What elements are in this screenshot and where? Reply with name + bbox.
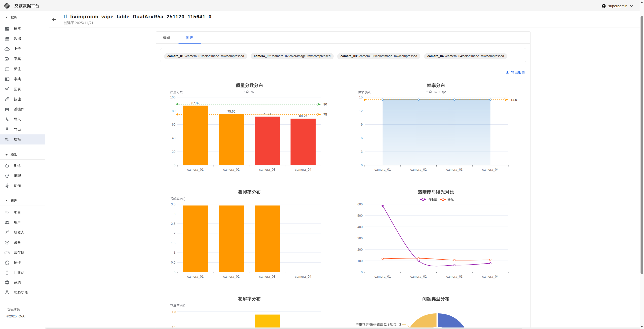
svg-text:0: 0 xyxy=(174,164,175,167)
svg-text:0: 0 xyxy=(361,271,363,274)
svg-text:camera_02: camera_02 xyxy=(223,168,240,171)
svg-text:0.5: 0.5 xyxy=(171,261,175,264)
svg-text:9: 9 xyxy=(361,123,363,126)
svg-text:20: 20 xyxy=(172,150,175,154)
svg-text:camera_04: camera_04 xyxy=(295,275,311,278)
svg-text:500: 500 xyxy=(357,214,363,217)
svg-text:400: 400 xyxy=(357,225,363,229)
svg-text:3: 3 xyxy=(361,150,363,154)
svg-text:3: 3 xyxy=(174,212,175,216)
svg-text:camera_03: camera_03 xyxy=(259,168,275,171)
svg-text:15: 15 xyxy=(359,96,363,99)
svg-text:40: 40 xyxy=(172,136,175,140)
svg-text:camera_03: camera_03 xyxy=(446,168,463,171)
svg-text:camera_01: camera_01 xyxy=(374,168,391,171)
svg-text:1: 1 xyxy=(174,251,175,254)
svg-text:2: 2 xyxy=(174,232,175,235)
svg-text:100: 100 xyxy=(170,96,175,99)
svg-text:camera_01: camera_01 xyxy=(187,168,204,171)
svg-text:camera_03: camera_03 xyxy=(259,275,275,278)
svg-text:camera_04: camera_04 xyxy=(295,168,311,171)
svg-text:1.5: 1.5 xyxy=(171,241,175,245)
svg-text:3.5: 3.5 xyxy=(171,203,175,206)
svg-text:camera_04: camera_04 xyxy=(482,275,499,278)
svg-text:camera_02: camera_02 xyxy=(223,275,240,278)
svg-text:75.65: 75.65 xyxy=(228,110,235,113)
svg-text:camera_01: camera_01 xyxy=(374,275,391,278)
svg-text:68.72: 68.72 xyxy=(299,115,307,118)
svg-text:14.5: 14.5 xyxy=(511,98,517,102)
svg-text:6: 6 xyxy=(361,136,363,140)
svg-text:60: 60 xyxy=(172,123,175,126)
svg-text:90: 90 xyxy=(323,102,327,106)
svg-text:2.5: 2.5 xyxy=(171,222,175,226)
svg-text:?: ? xyxy=(7,174,8,176)
svg-text:0: 0 xyxy=(361,164,363,167)
svg-text:300: 300 xyxy=(357,237,363,240)
svg-text:200: 200 xyxy=(357,248,363,251)
svg-text:12: 12 xyxy=(359,109,363,113)
svg-text:75: 75 xyxy=(323,113,327,116)
svg-text:camera_02: camera_02 xyxy=(410,168,427,171)
svg-text:camera_01: camera_01 xyxy=(187,275,204,278)
svg-text:1.8: 1.8 xyxy=(172,310,176,314)
svg-text:80: 80 xyxy=(172,109,175,113)
svg-text:71.74: 71.74 xyxy=(263,112,271,116)
svg-text:camera_03: camera_03 xyxy=(446,275,463,278)
svg-text:camera_02: camera_02 xyxy=(410,275,427,278)
svg-text:100: 100 xyxy=(357,259,363,263)
svg-text:600: 600 xyxy=(357,203,363,206)
svg-text:camera_04: camera_04 xyxy=(482,168,499,171)
svg-text:0: 0 xyxy=(174,271,175,274)
